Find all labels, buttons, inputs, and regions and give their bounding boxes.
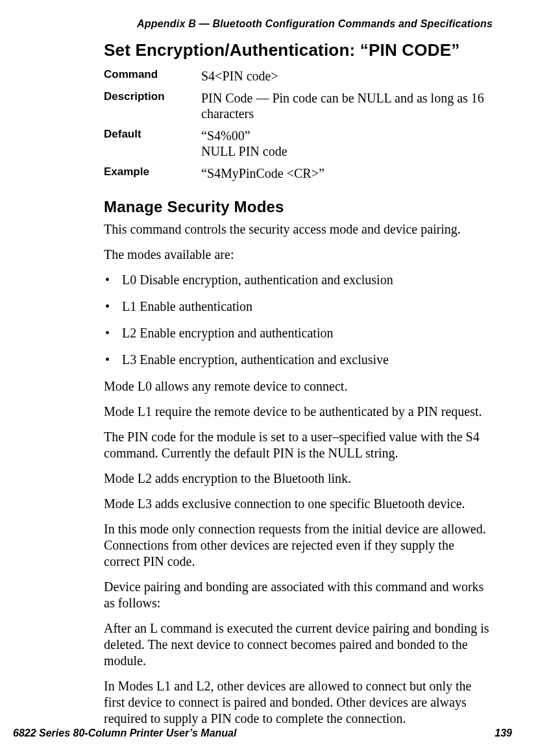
label-description: Description [104, 90, 201, 103]
row-description: Description PIN Code — Pin code can be N… [104, 90, 493, 121]
paragraph: Mode L2 adds encryption to the Bluetooth… [104, 470, 493, 487]
list-item: L2 Enable encryption and authentication [104, 325, 493, 341]
row-default: Default “S4%00” NULL PIN code [104, 128, 493, 159]
list-item: L1 Enable authentication [104, 299, 493, 315]
value-default-line2: NULL PIN code [201, 144, 288, 158]
section-title-manage-security: Manage Security Modes [104, 198, 493, 216]
paragraph: This command controls the security acces… [104, 221, 493, 238]
value-description: PIN Code — Pin code can be NULL and as l… [201, 90, 493, 121]
list-item: L3 Enable encryption, authentication and… [104, 352, 493, 368]
value-default: “S4%00” NULL PIN code [201, 128, 288, 159]
list-item: L0 Disable encryption, authentication an… [104, 272, 493, 288]
value-command: S4<PIN code> [201, 68, 278, 84]
paragraph: Mode L3 adds exclusive connection to one… [104, 496, 493, 512]
footer-left: 6822 Series 80-Column Printer User’s Man… [13, 727, 236, 739]
definition-table: Command S4<PIN code> Description PIN Cod… [104, 68, 493, 181]
section-title-pin-code: Set Encryption/Authentication: “PIN CODE… [104, 40, 493, 60]
paragraph: Mode L0 allows any remote device to conn… [104, 378, 493, 395]
paragraph: Device pairing and bonding are associate… [104, 579, 493, 611]
paragraph: The modes available are: [104, 247, 493, 263]
page-footer: 6822 Series 80-Column Printer User’s Man… [0, 727, 551, 739]
paragraph: The PIN code for the module is set to a … [104, 429, 493, 461]
paragraph: In Modes L1 and L2, other devices are al… [104, 678, 493, 727]
paragraph: In this mode only connection requests fr… [104, 521, 493, 570]
running-head: Appendix B — Bluetooth Configuration Com… [104, 18, 493, 30]
label-example: Example [104, 165, 201, 178]
label-default: Default [104, 128, 201, 141]
value-example: “S4MyPinCode <CR>” [201, 165, 324, 181]
paragraph: Mode L1 require the remote device to be … [104, 404, 493, 420]
footer-right: 139 [495, 727, 512, 739]
label-command: Command [104, 68, 201, 81]
row-example: Example “S4MyPinCode <CR>” [104, 165, 493, 181]
bullet-list: L0 Disable encryption, authentication an… [104, 272, 493, 368]
row-command: Command S4<PIN code> [104, 68, 493, 84]
value-default-line1: “S4%00” [201, 128, 251, 143]
paragraph: After an L command is executed the curre… [104, 620, 493, 669]
